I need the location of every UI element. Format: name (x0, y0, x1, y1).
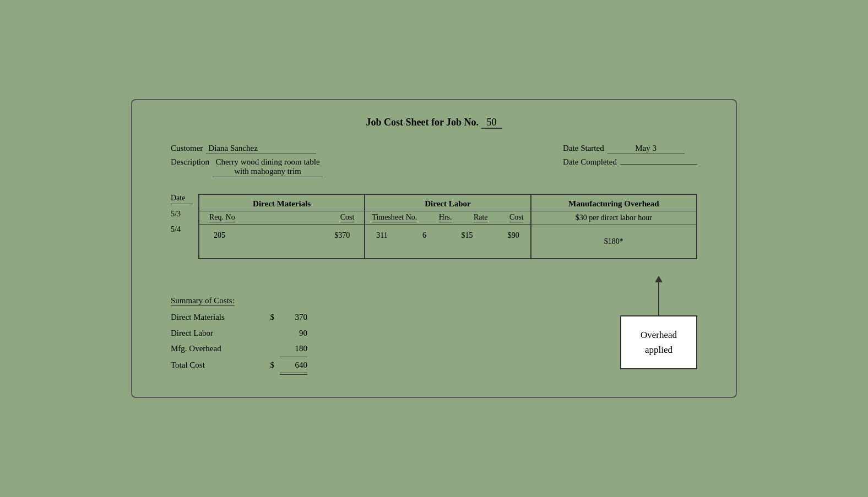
dl-row-1: 311 6 $15 $90 (370, 228, 525, 243)
dl-hrs: 6 (422, 228, 426, 243)
dm-col2: Cost (340, 213, 355, 222)
dl-cost: $90 (508, 228, 519, 243)
dm-subheader: Req. No Cost (199, 211, 364, 225)
dm-body: 205 $370 (199, 225, 364, 258)
dm-header: Direct Materials (199, 195, 364, 211)
title-label: Job Cost Sheet for Job No. (366, 117, 479, 128)
date-completed-value (620, 163, 697, 165)
summary-amount-2: 180 (280, 341, 307, 357)
dl-subheader: Timesheet No. Hrs. Rate Cost (365, 211, 530, 225)
direct-labor-table: Direct Labor Timesheet No. Hrs. Rate Cos… (365, 194, 531, 259)
summary-amount-0: 370 (280, 309, 307, 325)
summary-label-1: Direct Labor (171, 325, 259, 341)
description-value: Cherry wood dining room table with mahog… (213, 157, 323, 177)
summary-section: Summary of Costs: Direct Materials$370Di… (171, 296, 307, 375)
info-section: Customer Diana Sanchez Description Cherr… (160, 144, 708, 177)
job-number: 50 (481, 117, 502, 129)
summary-label-3: Total Cost (171, 357, 259, 373)
dl-col3: Rate (474, 213, 488, 222)
date-started-value: May 3 (607, 144, 685, 154)
summary-amount-1: 90 (280, 325, 307, 341)
summary-row-2: Mfg. Overhead180 (171, 341, 307, 357)
date-started-label: Date Started (563, 144, 604, 153)
date-completed-label: Date Completed (563, 157, 617, 167)
dl-rate: $15 (461, 228, 473, 243)
dm-row-1: 205 $370 (204, 228, 360, 243)
summary-amount-3: 640 (280, 357, 307, 375)
dl-col4: Cost (509, 213, 524, 222)
overhead-applied-area: Overhead applied (620, 276, 697, 369)
arrow-head-icon (655, 276, 663, 282)
info-left: Customer Diana Sanchez Description Cherr… (171, 144, 323, 177)
date-started-line: Date Started May 3 (563, 144, 697, 154)
job-cost-sheet: Job Cost Sheet for Job No. 50 Customer D… (131, 99, 737, 398)
dl-header: Direct Labor (365, 195, 530, 211)
dm-req-no: 205 (214, 228, 225, 243)
dl-col2: Hrs. (439, 213, 452, 222)
date-entry-1: 5/3 (171, 206, 193, 222)
summary-label-2: Mfg. Overhead (171, 341, 259, 357)
date-col-header: Date (171, 194, 193, 204)
description-line: Description Cherry wood dining room tabl… (171, 157, 323, 177)
date-column: Date 5/3 5/4 (171, 194, 198, 259)
customer-value: Diana Sanchez (206, 144, 316, 154)
description-label: Description (171, 157, 209, 167)
dl-body: 311 6 $15 $90 (365, 225, 530, 258)
summary-row-1: Direct Labor90 (171, 325, 307, 341)
customer-label: Customer (171, 144, 203, 153)
bottom-section: Summary of Costs: Direct Materials$370Di… (160, 276, 708, 375)
summary-title: Summary of Costs: (171, 296, 307, 309)
sheet-title: Job Cost Sheet for Job No. 50 (160, 117, 708, 128)
mfg-body: $180* (531, 225, 696, 258)
overhead-line1: Overhead (641, 330, 677, 340)
summary-rows: Direct Materials$370Direct Labor90Mfg. O… (171, 309, 307, 375)
mfg-subheader: $30 per direct labor hour (531, 211, 696, 225)
mfg-overhead-table: Manufacturing Overhead $30 per direct la… (531, 194, 697, 259)
arrow-line-icon (658, 282, 659, 315)
dm-col1: Req. No (209, 213, 235, 222)
desc-line1: Cherry wood dining room table (215, 157, 319, 166)
customer-line: Customer Diana Sanchez (171, 144, 323, 154)
direct-materials-table: Direct Materials Req. No Cost 205 $370 (198, 194, 365, 259)
mfg-header: Manufacturing Overhead (531, 195, 696, 211)
date-completed-line: Date Completed (563, 157, 697, 167)
tables-section: Date 5/3 5/4 Direct Materials Req. No Co… (160, 194, 708, 259)
desc-line2: with mahogany trim (234, 167, 301, 176)
dm-cost: $370 (334, 228, 350, 243)
dl-timesheet: 311 (376, 228, 387, 243)
summary-row-0: Direct Materials$370 (171, 309, 307, 325)
summary-row-3: Total Cost$640 (171, 357, 307, 375)
overhead-applied-box: Overhead applied (620, 315, 697, 369)
summary-dollar-3: $ (264, 357, 274, 373)
overhead-line2: applied (645, 345, 672, 355)
info-right: Date Started May 3 Date Completed (563, 144, 697, 177)
dl-col1: Timesheet No. (372, 213, 417, 222)
date-entry-2: 5/4 (171, 222, 193, 237)
summary-label-0: Direct Materials (171, 309, 259, 325)
summary-dollar-0: $ (264, 309, 274, 325)
mfg-value: $180* (604, 237, 623, 246)
